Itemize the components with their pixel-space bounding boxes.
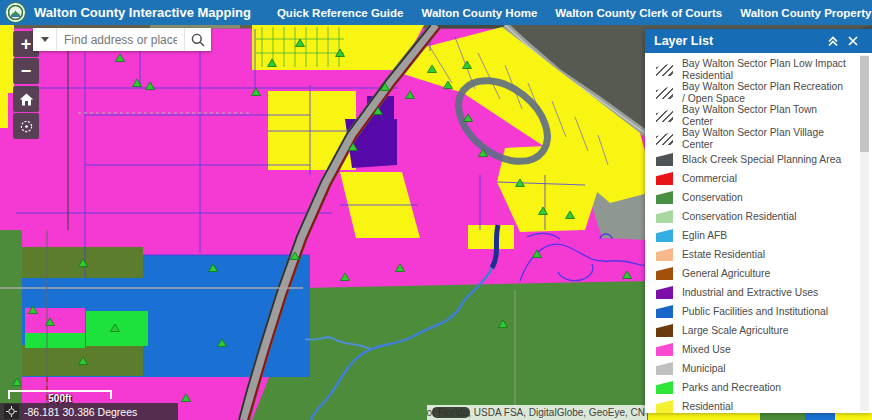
color-swatch-icon: [656, 153, 673, 166]
color-swatch-icon: [656, 229, 673, 242]
layer-list-item-label: Bay Walton Sector Plan Recreation / Open…: [682, 81, 848, 104]
color-swatch-icon: [656, 305, 673, 318]
header-link-1[interactable]: Walton County Home: [421, 7, 537, 19]
seal-icon: [8, 5, 23, 20]
dropdown-caret-icon: [41, 37, 49, 42]
layer-list: Bay Walton Sector Plan Low Impact Reside…: [645, 53, 872, 413]
layer-list-item: Large Scale Agriculture: [656, 321, 848, 340]
color-swatch-icon: [656, 381, 673, 394]
home-icon: [19, 92, 34, 107]
close-panel-button[interactable]: [843, 36, 863, 46]
color-swatch-icon: [656, 267, 673, 280]
color-swatch-icon: [656, 400, 673, 413]
header-link-2[interactable]: Walton County Clerk of Courts: [555, 7, 722, 19]
attribution-bar: State of Florida, USDA FSA, DigitalGlobe…: [427, 405, 647, 420]
layer-list-item: Bay Walton Sector Plan Town Center: [656, 104, 848, 127]
walton-county-mapping-app: Walton County Interactive Mapping Quick …: [0, 0, 872, 420]
search-input[interactable]: [57, 28, 184, 51]
layer-list-item-label: General Agriculture: [682, 268, 770, 280]
header-link-3[interactable]: Walton County Property Appraiser: [740, 7, 872, 19]
layer-list-item: Bay Walton Sector Plan Village Center: [656, 127, 848, 150]
scale-bar: 500ft: [8, 390, 112, 399]
layer-list-item-label: Mixed Use: [682, 344, 731, 356]
coordinates-readout: -86.181 30.386 Degrees: [24, 406, 137, 418]
crosshair-icon[interactable]: [4, 404, 19, 419]
layer-list-item-label: Industrial and Extractive Uses: [682, 287, 818, 299]
header-nav: Quick Reference GuideWalton County HomeW…: [277, 7, 872, 19]
layer-list-item: Eglin AFB: [656, 226, 848, 245]
layer-list-item-label: Black Creek Special Planning Area: [682, 154, 841, 166]
layer-list-item: Estate Residential: [656, 245, 848, 264]
scrollbar-thumb[interactable]: [860, 56, 869, 152]
layer-list-item: Municipal: [656, 359, 848, 378]
layer-list-item: Conservation Residential: [656, 207, 848, 226]
layer-list-item: Mixed Use: [656, 340, 848, 359]
layer-list-item: Bay Walton Sector Plan Recreation / Open…: [656, 81, 848, 104]
layer-list-item: Residential: [656, 397, 848, 413]
hatch-swatch-icon: [656, 132, 673, 145]
layer-list-item: General Agriculture: [656, 264, 848, 283]
layer-list-item-label: Residential: [682, 401, 733, 413]
layer-list-item-label: Estate Residential: [682, 249, 765, 261]
search-submit-button[interactable]: [184, 28, 211, 51]
app-header: Walton County Interactive Mapping Quick …: [0, 0, 872, 25]
layer-list-item-label: Conservation: [682, 192, 743, 204]
page-title: Walton County Interactive Mapping: [34, 5, 251, 20]
collapse-panel-button[interactable]: [823, 36, 843, 47]
home-button[interactable]: [13, 86, 39, 112]
search-box: [33, 28, 211, 51]
layer-list-item-label: Bay Walton Sector Plan Village Center: [682, 127, 848, 150]
layer-list-item: Commercial: [656, 169, 848, 188]
hatch-swatch-icon: [656, 63, 673, 76]
color-swatch-icon: [656, 362, 673, 375]
layer-list-item-label: Bay Walton Sector Plan Town Center: [682, 104, 848, 127]
color-swatch-icon: [656, 172, 673, 185]
color-swatch-icon: [656, 324, 673, 337]
layer-list-item-label: Public Facilities and Institutional: [682, 306, 828, 318]
layer-list-item-label: Commercial: [682, 173, 737, 185]
coordinates-bar: -86.181 30.386 Degrees: [0, 403, 178, 420]
zoom-out-button[interactable]: −: [13, 58, 39, 84]
layer-list-title: Layer List: [654, 34, 713, 48]
layer-list-panel: Layer List Bay Walton Sector Plan Low Im…: [645, 29, 872, 413]
color-swatch-icon: [656, 286, 673, 299]
color-swatch-icon: [656, 343, 673, 356]
close-icon: [848, 36, 858, 46]
layer-list-item: Black Creek Special Planning Area: [656, 150, 848, 169]
hatch-swatch-icon: [656, 109, 673, 122]
color-swatch-icon: [656, 191, 673, 204]
locate-icon: [18, 118, 35, 135]
layer-list-header: Layer List: [645, 29, 872, 53]
color-swatch-icon: [656, 248, 673, 261]
search-source-dropdown[interactable]: [33, 28, 57, 51]
collapse-double-chevron-icon: [827, 36, 839, 47]
walton-county-seal-logo: [5, 2, 26, 23]
layer-list-item: Industrial and Extractive Uses: [656, 283, 848, 302]
locate-button[interactable]: [13, 113, 39, 139]
layer-list-item: Parks and Recreation: [656, 378, 848, 397]
layer-list-item: Conservation: [656, 188, 848, 207]
layer-list-item-label: Conservation Residential: [682, 211, 796, 223]
magnifier-icon: [190, 32, 206, 48]
attribution-badge: [432, 407, 470, 418]
layer-list-item-label: Large Scale Agriculture: [682, 325, 788, 337]
layer-list-item-label: Municipal: [682, 363, 726, 375]
layer-list-item: Bay Walton Sector Plan Low Impact Reside…: [656, 58, 848, 81]
hatch-swatch-icon: [656, 86, 673, 99]
color-swatch-icon: [656, 210, 673, 223]
layer-list-item-label: Parks and Recreation: [682, 382, 781, 394]
header-link-0[interactable]: Quick Reference Guide: [277, 7, 404, 19]
layer-list-item: Public Facilities and Institutional: [656, 302, 848, 321]
layer-list-item-label: Bay Walton Sector Plan Low Impact Reside…: [682, 58, 848, 81]
layer-list-item-label: Eglin AFB: [682, 230, 727, 242]
